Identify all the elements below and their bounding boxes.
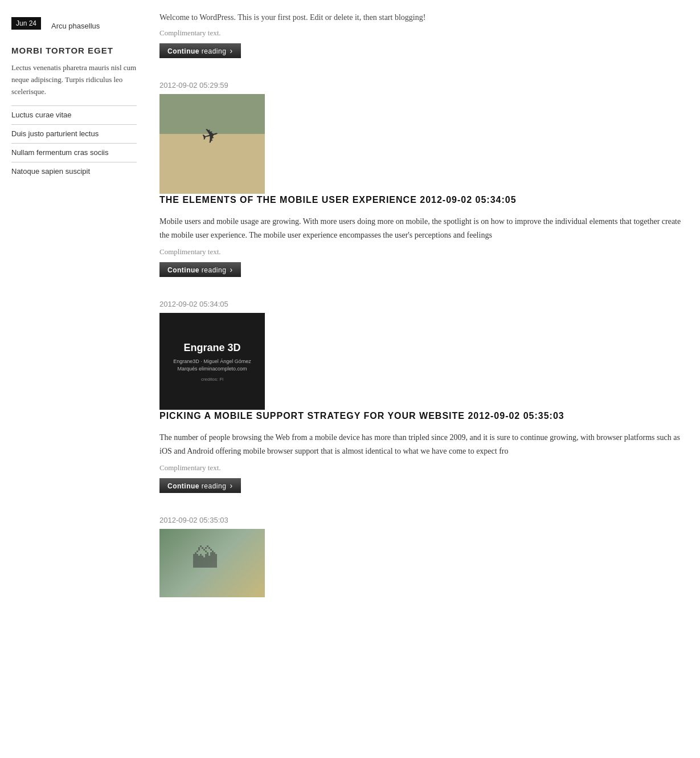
post-2-excerpt: The number of people browsing the Web fr… — [159, 431, 689, 458]
welcome-continue-reading-button[interactable]: Continue reading› — [159, 43, 241, 58]
continue-reading-label-2: reading — [199, 482, 226, 490]
continue-bold-label-2: Continue — [167, 482, 199, 490]
arrow-icon: › — [230, 46, 232, 55]
post-3-date: 2012-09-02 05:35:03 — [159, 516, 689, 524]
list-item[interactable]: Luctus curae vitae — [11, 105, 137, 124]
post-2-title: PICKING A MOBILE SUPPORT STRATEGY FOR YO… — [159, 410, 689, 422]
post-2-date: 2012-09-02 05:34:05 — [159, 300, 689, 308]
engrane-footer: creditos: Fl — [201, 377, 223, 382]
post-2: 2012-09-02 05:34:05 Engrane 3D Engrane3D… — [159, 300, 689, 499]
post-2-continue-reading-button[interactable]: Continue reading› — [159, 478, 241, 493]
post-1-continue-reading-button[interactable]: Continue reading› — [159, 262, 241, 277]
welcome-complimentary: Complimentary text. — [159, 28, 689, 38]
post-3-thumbnail — [159, 529, 265, 597]
post-1-date: 2012-09-02 05:29:59 — [159, 81, 689, 89]
post-1-complimentary: Complimentary text. — [159, 247, 689, 256]
post-1-title: THE ELEMENTS OF THE MOBILE USER EXPERIEN… — [159, 194, 689, 206]
sidebar: Jun 24 Arcu phasellus MORBI TORTOR EGET … — [0, 11, 148, 631]
continue-bold-label-1: Continue — [167, 266, 199, 274]
sidebar-post-link[interactable]: Arcu phasellus — [51, 22, 100, 30]
welcome-article: Welcome to WordPress. This is your first… — [159, 11, 689, 64]
sidebar-body-text: Lectus venenatis pharetra mauris nisl cu… — [11, 62, 137, 97]
sidebar-heading: MORBI TORTOR EGET — [11, 46, 137, 55]
main-content: Welcome to WordPress. This is your first… — [148, 11, 700, 631]
arrow-icon-2: › — [230, 481, 232, 490]
engrane-title: Engrane 3D — [183, 341, 240, 354]
list-item-link-1[interactable]: Luctus curae vitae — [11, 111, 72, 119]
list-item-link-2[interactable]: Duis justo parturient lectus — [11, 129, 99, 138]
sidebar-date-badge: Jun 24 — [11, 17, 41, 30]
continue-reading-label: reading — [199, 47, 226, 55]
post-2-complimentary: Complimentary text. — [159, 463, 689, 472]
post-2-thumbnail: Engrane 3D Engrane3D · Miguel Ángel Góme… — [159, 313, 265, 410]
list-item-link-3[interactable]: Nullam fermentum cras sociis — [11, 148, 109, 157]
engrane-subtitle: Engrane3D · Miguel Ángel Gómez Marqués e… — [165, 358, 259, 372]
post-1-excerpt: Mobile users and mobile usage are growin… — [159, 215, 689, 242]
list-item[interactable]: Natoque sapien suscipit — [11, 162, 137, 181]
post-3: 2012-09-02 05:35:03 — [159, 516, 689, 603]
list-item[interactable]: Nullam fermentum cras sociis — [11, 143, 137, 162]
continue-bold-label: Continue — [167, 47, 199, 55]
arrow-icon-1: › — [230, 265, 232, 274]
welcome-text: Welcome to WordPress. This is your first… — [159, 11, 689, 24]
post-1: 2012-09-02 05:29:59 THE ELEMENTS OF THE … — [159, 81, 689, 283]
sidebar-list: Luctus curae vitae Duis justo parturient… — [11, 105, 137, 181]
list-item[interactable]: Duis justo parturient lectus — [11, 124, 137, 143]
list-item-link-4[interactable]: Natoque sapien suscipit — [11, 167, 90, 176]
continue-reading-label-1: reading — [199, 266, 226, 274]
post-1-thumbnail — [159, 94, 265, 194]
